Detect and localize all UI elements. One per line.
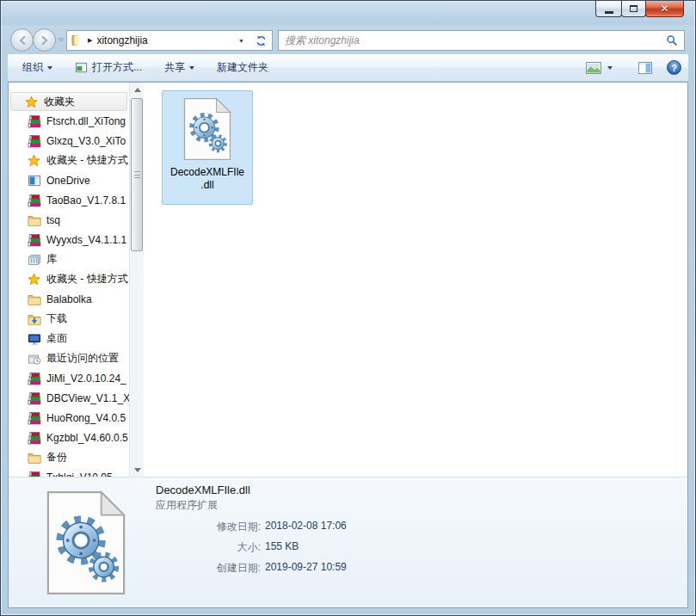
rar-books-icon (28, 233, 41, 247)
dll-file-icon (182, 96, 233, 162)
details-fields: 修改日期:2018-02-08 17:06大小:155 KB创建日期:2019-… (156, 520, 679, 576)
scroll-down-button[interactable] (130, 463, 145, 477)
sidebar-item-label: JiMi_V2.0.10.24_ (46, 373, 126, 385)
sidebar-item[interactable]: TaoBao_V1.7.8.1 (9, 190, 129, 210)
sidebar-item[interactable]: 最近访问的位置 (9, 348, 129, 368)
rar-books-icon (28, 431, 41, 445)
history-dropdown-icon[interactable] (58, 38, 65, 42)
details-field-label: 修改日期: (156, 520, 261, 534)
breadcrumb[interactable]: xitongzhijia (96, 34, 147, 46)
restore-icon (630, 5, 637, 12)
preview-pane-icon (638, 62, 652, 74)
sidebar-item[interactable]: Glxzq_V3.0_XiTo (9, 131, 129, 151)
search-placeholder: 搜索 xitongzhijia (285, 34, 360, 48)
command-bar: 组织 打开方式... 共享 新建文件夹 ? (8, 54, 688, 82)
folder-download-icon (28, 312, 41, 326)
forward-button[interactable] (33, 28, 56, 52)
search-box[interactable]: 搜索 xitongzhijia (278, 30, 685, 51)
help-button[interactable]: ? (667, 60, 681, 75)
refresh-button[interactable] (250, 30, 273, 51)
details-file-type: 应用程序扩展 (156, 498, 679, 512)
rar-books-icon (28, 471, 41, 477)
scroll-up-button[interactable] (130, 83, 145, 96)
sidebar-item-label: TaoBao_V1.7.8.1 (46, 194, 126, 206)
folder-icon (28, 213, 41, 227)
back-arrow-icon (16, 34, 28, 46)
sidebar-item[interactable]: Txblgj_V10.95 (9, 467, 129, 477)
sidebar-item-label: 最近访问的位置 (46, 351, 119, 366)
sidebar-item-label: tsq (46, 214, 60, 226)
open-with-button[interactable]: 打开方式... (67, 56, 150, 79)
sidebar-item[interactable]: 下载 (9, 309, 129, 329)
views-icon (586, 62, 601, 74)
minimize-button[interactable] (595, 1, 622, 17)
details-text: DecodeXMLFIle.dll 应用程序扩展 修改日期:2018-02-08… (156, 483, 679, 576)
chevron-down-icon (607, 66, 613, 70)
sidebar-item[interactable]: 桌面 (9, 329, 129, 348)
chevron-down-icon (47, 66, 52, 70)
address-bar[interactable]: ▶ xitongzhijia ▼ (66, 30, 251, 51)
sidebar-item[interactable]: 收藏夹 - 快捷方式 (9, 269, 129, 289)
sidebar-favorites-header[interactable]: 收藏夹 (10, 92, 127, 111)
file-list-area[interactable]: DecodeXMLFIle .dll (144, 83, 687, 477)
star-icon (28, 154, 41, 168)
library-icon (28, 253, 41, 267)
window-controls: ✕ (596, 1, 684, 17)
scrollbar-thumb[interactable] (131, 98, 143, 251)
sidebar-item-label: DBCView_V1.1_X (46, 392, 129, 404)
scrollbar-grip-icon (134, 171, 140, 178)
new-folder-button[interactable]: 新建文件夹 (209, 56, 276, 79)
rar-books-icon (28, 134, 41, 148)
folder-icon (28, 451, 41, 465)
sidebar-item-label: HuoRong_V4.0.5 (46, 412, 126, 424)
app-window-icon (75, 61, 88, 74)
share-button[interactable]: 共享 (157, 56, 202, 79)
folder-icon (28, 293, 41, 306)
chevron-down-icon (189, 66, 194, 70)
rar-books-icon (28, 372, 41, 385)
sidebar-item[interactable]: Wyyxds_V4.1.1.1 (9, 230, 129, 249)
details-pane: DecodeXMLFIle.dll 应用程序扩展 修改日期:2018-02-08… (9, 477, 687, 607)
details-field-value: 2018-02-08 17:06 (265, 520, 679, 534)
sidebar-item[interactable]: Ftsrch.dll_XiTong (9, 111, 129, 131)
triangle-up-icon (134, 88, 141, 92)
file-item-decodexmlfile-dll[interactable]: DecodeXMLFIle .dll (162, 90, 253, 205)
back-button[interactable] (10, 28, 34, 52)
sidebar-item[interactable]: HuoRong_V4.0.5 (9, 408, 129, 428)
sidebar-item[interactable]: DBCView_V1.1_X (9, 388, 129, 408)
star-icon (28, 273, 41, 286)
sidebar-scrollbar[interactable] (129, 83, 144, 477)
sidebar-item[interactable]: 库 (9, 249, 129, 269)
sidebar-item-label: Balabolka (46, 293, 92, 305)
sidebar-item[interactable]: JiMi_V2.0.10.24_ (9, 368, 129, 388)
sidebar-item[interactable]: Balabolka (9, 289, 129, 309)
sidebar-item[interactable]: 收藏夹 - 快捷方式 (9, 151, 129, 170)
sidebar-item[interactable]: Kgzbbl_V4.60.0.5 (9, 428, 129, 447)
details-file-icon (43, 490, 129, 596)
details-field-value: 155 KB (265, 540, 679, 555)
search-icon[interactable] (666, 34, 678, 46)
refresh-icon (255, 34, 268, 47)
explorer-content-frame: 收藏夹 Ftsrch.dll_XiTongGlxzq_V3.0_XiTo收藏夹 … (8, 82, 688, 608)
sidebar-item[interactable]: OneDrive (9, 170, 129, 190)
sidebar-item[interactable]: tsq (9, 210, 129, 230)
change-view-button[interactable] (582, 59, 617, 77)
close-button[interactable]: ✕ (645, 1, 684, 17)
recent-icon (28, 352, 41, 366)
preview-pane-button[interactable] (634, 59, 656, 77)
favorites-label: 收藏夹 (44, 95, 75, 109)
navigation-pane: 收藏夹 Ftsrch.dll_XiTongGlxzq_V3.0_XiTo收藏夹 … (9, 83, 129, 477)
sidebar-item-label: 桌面 (46, 331, 67, 346)
rar-books-icon (28, 391, 41, 405)
file-name-label: DecodeXMLFIle .dll (170, 166, 244, 192)
rar-books-icon (28, 411, 41, 425)
close-icon: ✕ (660, 3, 668, 14)
restore-button[interactable] (621, 1, 646, 17)
sidebar-items: Ftsrch.dll_XiTongGlxzq_V3.0_XiTo收藏夹 - 快捷… (9, 111, 129, 477)
help-icon: ? (671, 63, 677, 73)
organize-button[interactable]: 组织 (15, 56, 60, 79)
sidebar-item-label: Ftsrch.dll_XiTong (46, 115, 126, 127)
sidebar-item[interactable]: 备份 (9, 447, 129, 467)
forward-arrow-icon (39, 34, 51, 46)
address-dropdown-icon[interactable]: ▼ (236, 36, 247, 46)
